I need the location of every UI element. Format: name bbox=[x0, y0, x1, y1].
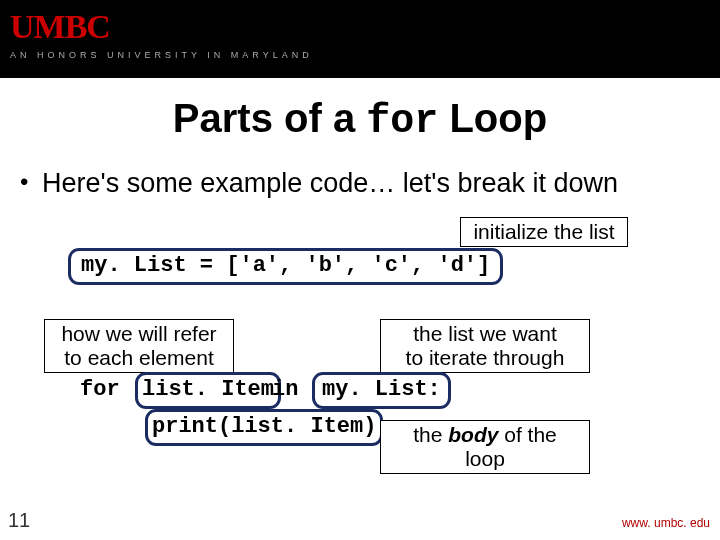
label-body-bold: body bbox=[448, 423, 498, 446]
code-box-list-assignment: my. List = ['a', 'b', 'c', 'd'] bbox=[68, 248, 503, 285]
bullet-text: Here's some example code… let's break it… bbox=[42, 168, 720, 199]
code-box-loop-variable: list. Item bbox=[135, 372, 281, 409]
label-initialize: initialize the list bbox=[460, 217, 628, 247]
header-band: UMBC AN HONORS UNIVERSITY IN MARYLAND bbox=[0, 0, 720, 78]
label-body-pre: the bbox=[413, 423, 448, 446]
label-iterate-list: the list we want to iterate through bbox=[380, 319, 590, 373]
title-post: Loop bbox=[438, 96, 547, 140]
code-box-loop-body: print(list. Item) bbox=[145, 409, 383, 446]
code-keyword-for: for bbox=[80, 377, 120, 402]
title-pre: Parts of a bbox=[173, 96, 366, 140]
title-monospace: for bbox=[366, 99, 438, 144]
slide-title: Parts of a for Loop bbox=[0, 96, 720, 144]
code-keyword-in: in bbox=[272, 377, 298, 402]
slide-number: 11 bbox=[8, 509, 30, 532]
university-logo: UMBC bbox=[10, 8, 110, 46]
code-box-iterable: my. List: bbox=[312, 372, 451, 409]
university-tagline: AN HONORS UNIVERSITY IN MARYLAND bbox=[10, 50, 313, 60]
content-area: initialize the list my. List = ['a', 'b'… bbox=[0, 199, 720, 529]
label-body: the body of the loop bbox=[380, 420, 590, 474]
footer-url: www. umbc. edu bbox=[622, 516, 710, 530]
label-element-reference: how we will refer to each element bbox=[44, 319, 234, 373]
